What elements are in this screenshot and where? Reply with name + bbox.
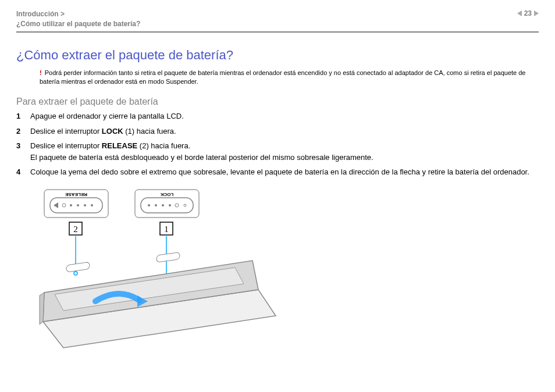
callout-release: RELEASE — [44, 190, 108, 218]
svg-point-13 — [169, 204, 171, 206]
step-item: 1 Apague el ordenador y cierre la pantal… — [16, 111, 539, 122]
svg-point-6 — [84, 204, 86, 206]
step-number: 3 — [16, 140, 30, 163]
svg-point-10 — [148, 204, 150, 206]
leader-dot-2 — [74, 272, 77, 275]
svg-point-3 — [62, 204, 66, 207]
svg-point-7 — [91, 204, 93, 206]
svg-point-15 — [184, 204, 186, 206]
laptop-illustration — [40, 252, 276, 347]
step-number: 2 — [16, 126, 30, 137]
pager: 23 — [517, 9, 539, 17]
marker-2: 2 — [73, 224, 78, 234]
header: Introducción > ¿Cómo utilizar el paquete… — [16, 9, 539, 33]
step-text: Coloque la yema del dedo sobre el extrem… — [30, 166, 539, 178]
breadcrumb: Introducción > ¿Cómo utilizar el paquete… — [16, 9, 140, 29]
callout-lock: LOCK — [135, 190, 199, 218]
lock-label: LOCK — [160, 192, 173, 197]
steps-list: 1 Apague el ordenador y cierre la pantal… — [16, 111, 539, 178]
marker-1: 1 — [164, 224, 169, 234]
step-item: 2 Deslice el interruptor LOCK (1) hacia … — [16, 126, 539, 137]
figure-svg: RELEASE 2 LOCK 1 — [37, 185, 282, 354]
step-item: 3 Deslice el interruptor RELEASE (2) hac… — [16, 140, 539, 163]
page-number: 23 — [524, 9, 532, 17]
svg-point-5 — [77, 204, 79, 206]
svg-point-11 — [155, 204, 157, 206]
breadcrumb-section: Introducción > — [16, 10, 65, 18]
breadcrumb-title: ¿Cómo utilizar el paquete de batería? — [16, 20, 140, 28]
instruction-figure: RELEASE 2 LOCK 1 — [37, 185, 539, 354]
step-number: 4 — [16, 166, 30, 178]
step-number: 1 — [16, 111, 30, 122]
warning-note: ! Podrá perder información tanto si reti… — [40, 69, 539, 87]
page-title: ¿Cómo extraer el paquete de batería? — [16, 48, 539, 63]
svg-point-14 — [175, 204, 179, 207]
prev-page-icon[interactable] — [517, 10, 522, 16]
svg-point-4 — [70, 204, 72, 206]
warning-icon: ! — [40, 69, 42, 76]
document-page: Introducción > ¿Cómo utilizar el paquete… — [0, 0, 555, 365]
step-text: Deslice el interruptor LOCK (1) hacia fu… — [30, 126, 539, 137]
svg-rect-20 — [66, 262, 90, 272]
svg-rect-21 — [156, 252, 180, 262]
svg-point-12 — [162, 204, 164, 206]
next-page-icon[interactable] — [534, 10, 539, 16]
warning-text: Podrá perder información tanto si retira… — [40, 69, 525, 85]
step-text: Apague el ordenador y cierre la pantalla… — [30, 111, 539, 122]
subheading: Para extraer el paquete de batería — [16, 97, 539, 107]
step-item: 4 Coloque la yema del dedo sobre el extr… — [16, 166, 539, 178]
release-label: RELEASE — [65, 192, 87, 197]
step-text: Deslice el interruptor RELEASE (2) hacia… — [30, 140, 539, 163]
